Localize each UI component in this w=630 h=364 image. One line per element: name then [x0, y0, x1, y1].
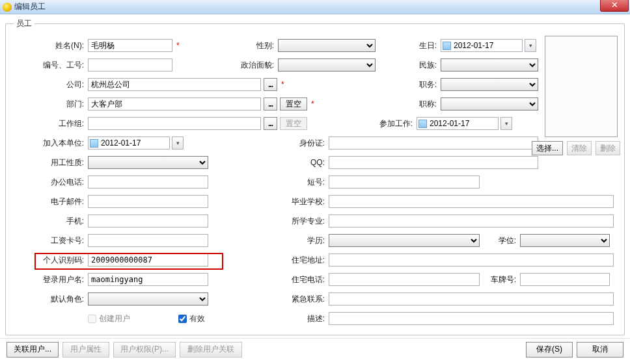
photo-delete-button: 删除 [596, 141, 620, 155]
label-birthday: 生日: [403, 40, 441, 51]
cancel-button[interactable]: 取消 [577, 342, 623, 358]
joinwork-value: 2012-01-17 [430, 119, 497, 128]
dept-reset-button[interactable]: 置空 [280, 98, 307, 110]
salarycard-input[interactable] [88, 234, 208, 247]
label-emergency: 紧急联系: [273, 294, 329, 305]
education-select[interactable] [329, 234, 480, 247]
label-degree: 学位: [480, 235, 520, 246]
homeaddr-input[interactable] [329, 254, 614, 266]
birthday-drop[interactable] [525, 39, 536, 52]
personalcode-input[interactable] [88, 254, 208, 266]
label-valid: 有效 [189, 313, 205, 324]
calendar-icon [443, 42, 451, 50]
workgroup-reset-button: 置空 [280, 117, 307, 130]
required-mark: * [311, 99, 314, 109]
window-title: 编辑员工 [14, 1, 627, 12]
save-button[interactable]: 保存(S) [526, 342, 573, 358]
shortnum-input[interactable] [329, 176, 480, 188]
label-education: 学历: [273, 235, 329, 246]
label-position: 职务: [403, 79, 441, 90]
label-homephone: 住宅电话: [273, 274, 329, 285]
dept-input[interactable] [88, 98, 261, 110]
label-gender: 性别: [221, 40, 278, 51]
gender-select[interactable] [278, 39, 376, 52]
company-browse-button[interactable]: ... [264, 78, 277, 91]
label-createuser: 创建用户 [99, 313, 130, 324]
joinunit-value: 2012-01-17 [101, 138, 168, 148]
defaultrole-select[interactable] [88, 292, 208, 306]
label-personalcode: 个人识别码: [12, 255, 88, 266]
label-desc: 描述: [273, 313, 329, 324]
bottom-bar: 关联用户... 用户属性 用户权限(P)... 删除用户关联 保存(S) 取消 [0, 338, 630, 360]
dept-browse-button[interactable]: ... [264, 98, 277, 110]
label-carnum: 车牌号: [480, 274, 520, 285]
desc-input[interactable] [329, 312, 614, 325]
joinunit-drop[interactable] [172, 136, 184, 150]
createuser-checkbox [88, 315, 96, 323]
employtype-select[interactable] [88, 156, 208, 169]
label-company: 公司: [12, 79, 88, 90]
number-input[interactable] [88, 58, 172, 72]
label-employtype: 用工性质: [12, 157, 88, 168]
joinwork-field[interactable]: 2012-01-17 [417, 117, 499, 130]
label-number: 编号、工号: [12, 60, 88, 71]
mobile-input[interactable] [88, 214, 208, 228]
qq-input[interactable] [329, 156, 538, 169]
email-input[interactable] [88, 195, 208, 208]
label-qq: QQ: [273, 158, 329, 167]
label-title: 职称: [403, 99, 441, 110]
label-loginuser: 登录用户名: [12, 274, 88, 285]
school-input[interactable] [329, 195, 614, 208]
assoc-user-button[interactable]: 关联用户... [7, 342, 59, 358]
name-input[interactable] [88, 39, 172, 52]
carnum-input[interactable] [520, 273, 610, 286]
label-salarycard: 工资卡号: [12, 235, 88, 246]
birthday-field[interactable]: 2012-01-17 [441, 39, 523, 52]
title-bar: 编辑员工 ✕ [0, 0, 630, 14]
del-assoc-button: 删除用户关联 [180, 342, 242, 358]
photo-clear-button: 清除 [567, 141, 592, 155]
app-icon [3, 3, 12, 12]
required-mark: * [176, 41, 180, 50]
workgroup-input[interactable] [88, 117, 261, 130]
position-select[interactable] [441, 78, 538, 91]
political-select[interactable] [278, 58, 376, 72]
major-input[interactable] [329, 214, 614, 228]
label-workgroup: 工作组: [12, 118, 88, 129]
group-legend: 员工 [14, 18, 34, 29]
label-major: 所学专业: [273, 216, 329, 227]
idcard-input[interactable] [329, 136, 538, 150]
title-select[interactable] [441, 98, 538, 110]
calendar-icon [418, 120, 427, 128]
label-homeaddr: 住宅地址: [273, 255, 329, 266]
label-name: 姓名(N): [12, 40, 88, 51]
close-button[interactable]: ✕ [600, 0, 629, 12]
workgroup-browse-button[interactable]: ... [264, 117, 277, 130]
label-shortnum: 短号: [273, 177, 329, 188]
label-dept: 部门: [12, 99, 88, 110]
degree-select[interactable] [520, 234, 610, 247]
label-school: 毕业学校: [273, 196, 329, 207]
label-idcard: 身份证: [273, 138, 329, 149]
nation-select[interactable] [441, 58, 538, 72]
joinwork-drop[interactable] [500, 117, 512, 130]
user-perm-button: 用户权限(P)... [113, 342, 176, 358]
required-mark: * [281, 80, 284, 89]
loginuser-input[interactable] [88, 273, 208, 286]
label-joinwork: 参加工作: [367, 118, 417, 129]
emergency-input[interactable] [329, 292, 614, 306]
company-input[interactable] [88, 78, 261, 91]
label-email: 电子邮件: [12, 196, 88, 207]
joinunit-field[interactable]: 2012-01-17 [88, 136, 170, 150]
calendar-icon [90, 139, 98, 148]
homephone-input[interactable] [329, 273, 480, 286]
user-prop-button: 用户属性 [62, 342, 109, 358]
label-mobile: 手机: [12, 216, 88, 227]
label-political: 政治面貌: [221, 60, 278, 71]
photo-select-button[interactable]: 选择... [532, 141, 563, 155]
officephone-input[interactable] [88, 176, 208, 188]
birthday-value: 2012-01-17 [454, 41, 521, 50]
valid-checkbox[interactable] [178, 315, 187, 323]
label-officephone: 办公电话: [12, 177, 88, 188]
label-defaultrole: 默认角色: [12, 294, 88, 305]
